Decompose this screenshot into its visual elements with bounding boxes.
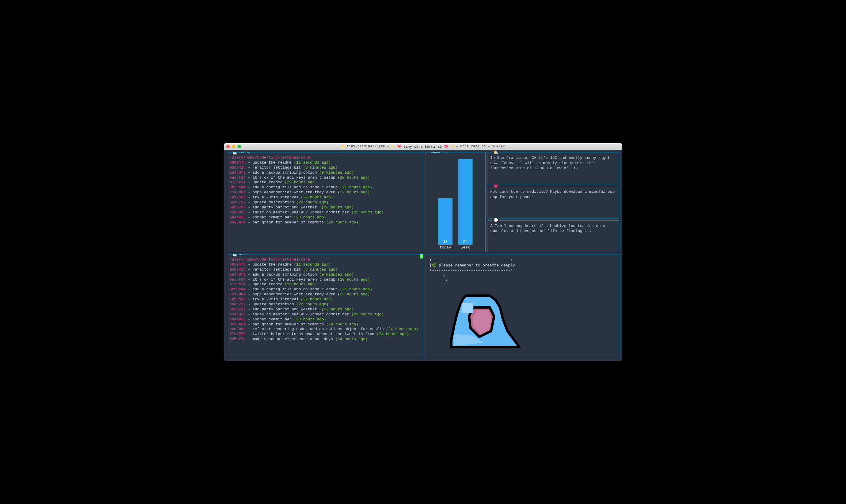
week-label-text: Week: [239, 254, 248, 256]
commit-msg: add party parrot and weather!: [253, 205, 319, 210]
commit-hash: 93d0426: [229, 267, 246, 272]
commit-msg: update description: [253, 200, 294, 204]
commit-row: 2b440fa - add a backup scraping option (…: [229, 272, 421, 277]
parrot-panel: +----------------------------------+ |🌿 …: [425, 254, 619, 357]
commit-msg: refactor rendering code, add an options …: [253, 327, 384, 331]
weather-panel: ⛅ In San Francisco, CA it's 16C and most…: [488, 152, 619, 184]
bar-week: 24week: [459, 159, 472, 250]
commit-row: 08ab797 - update description (22 hours a…: [229, 200, 421, 205]
commit-row: d75de24 - update readme (20 hours ago): [229, 282, 421, 287]
commit-msg: longer commit bar: [253, 215, 292, 220]
care-text: Not sure how to meditate? Maybe download…: [490, 189, 617, 200]
commit-row: 7d9258b - try a 20min interval (22 hours…: [229, 195, 421, 200]
sun-icon: ⛅: [493, 150, 498, 155]
commit-row: b2e9820 - index on master: eea1452 longe…: [229, 312, 421, 317]
commit-msg: bar graph for number of commits: [253, 322, 324, 327]
commit-age: (22 hours ago): [296, 200, 328, 204]
commit-msg: twitter helper returns what account the …: [253, 332, 374, 336]
commit-msg: index on master: eea1452 longer commit b…: [253, 210, 349, 215]
commit-hash: f7c1786: [229, 332, 246, 336]
bar-today: 13today: [438, 198, 452, 250]
title-middle: ✨ 💖 tiny care terminal 💖 ✨: [390, 144, 454, 149]
care-panel: 💗 Not sure how to meditate? Maybe downlo…: [488, 186, 619, 218]
title-suffix: — node care.js — 164×42: [456, 144, 505, 148]
today-commit-list: /Users/noms/Code/tiny-terminal-care68894…: [229, 155, 421, 225]
title-prefix: tiny-terminal-care —: [347, 144, 389, 148]
commit-hash: d75de24: [229, 282, 246, 287]
commit-row: 0693a6e - bar graph for number of commit…: [229, 322, 421, 327]
commit-row: 0693a6e - bar graph for number of commit…: [229, 220, 421, 225]
care-panel-label: 💗: [492, 184, 499, 188]
commit-age: (22 hours ago): [301, 195, 333, 200]
commit-age: (9 minutes ago): [319, 272, 354, 277]
heart-icon: 💗: [493, 184, 498, 188]
commit-row: eea1452 - longer commit bar (23 hours ag…: [229, 317, 421, 322]
memo-icon: 📝: [232, 152, 238, 155]
commit-hash: d75de24: [229, 180, 246, 184]
commit-hash: 0693a6e: [229, 220, 246, 224]
commit-msg: add a backup scraping option: [253, 272, 317, 277]
commit-age: (24 hours ago): [335, 337, 367, 341]
commit-age: (23 hours ago): [294, 215, 326, 220]
commit-hash: 2b440fa: [229, 272, 246, 277]
commit-age: (21 hours ago): [340, 287, 372, 291]
quote-panel-label: 💬: [492, 218, 499, 223]
commit-msg: update description: [253, 302, 294, 307]
commit-age: (24 hours ago): [326, 220, 358, 224]
commits-panel: Commits 13today24week: [425, 152, 486, 252]
commit-hash: eac7fdf: [229, 175, 246, 180]
right-column: ⛅ In San Francisco, CA it's 16C and most…: [488, 152, 619, 252]
commit-hash: eea1452: [229, 215, 246, 220]
repo-path: /Users/noms/Code/tiny-terminal-care: [229, 257, 421, 262]
commit-msg: refactor settings bit: [253, 267, 301, 272]
commit-hash: 68c07c7: [229, 307, 246, 311]
commit-age: (22 hours ago): [322, 307, 354, 311]
week-commit-list: /Users/noms/Code/tiny-terminal-care68894…: [229, 257, 421, 342]
commit-age: (22 hours ago): [338, 190, 370, 195]
commit-age: (11 seconds ago): [294, 262, 331, 267]
commit-hash: 6889476: [229, 160, 246, 165]
commit-row: 6889476 - update the readme (11 seconds …: [229, 160, 421, 165]
commit-msg: add a backup scraping option: [253, 170, 317, 175]
terminal-window: 📁 tiny-terminal-care — ✨ 💖 tiny care ter…: [224, 143, 622, 361]
commit-row: 8f98ce4 - add a config file and do some …: [229, 287, 421, 292]
commit-hash: b2e9820: [229, 312, 246, 317]
folder-icon: 📁: [341, 144, 345, 149]
commit-msg: longer commit bar: [253, 317, 292, 322]
commits-label-text: Commits: [431, 152, 447, 154]
commit-msg: it's ok if the api keys aren't setup: [253, 175, 335, 180]
bar-value: 13: [438, 198, 452, 245]
zoom-icon[interactable]: [238, 145, 241, 148]
week-panel: 📝 Week /Users/noms/Code/tiny-terminal-ca…: [227, 254, 423, 357]
commit-row: 08ab797 - update description (22 hours a…: [229, 302, 421, 307]
commit-hash: 0693a6e: [229, 322, 246, 327]
commit-msg: try a 20min interval: [253, 297, 298, 302]
close-icon[interactable]: [226, 145, 230, 148]
commit-age: (20 hours ago): [284, 180, 317, 184]
commit-row: 8f98ce4 - add a config file and do some …: [229, 185, 421, 190]
commit-row: 68c07c7 - add party parrot and weather! …: [229, 307, 421, 312]
week-panel-label: 📝 Week: [231, 254, 249, 257]
memo-icon: 📝: [232, 254, 238, 257]
commit-hash: eea1452: [229, 317, 246, 322]
scroll-indicator[interactable]: [420, 254, 423, 258]
commit-row: 68c07c7 - add party parrot and weather! …: [229, 205, 421, 210]
commit-row: caa2bae - refactor rendering code, add a…: [229, 327, 421, 332]
minimize-icon[interactable]: [232, 145, 236, 148]
weather-text: In San Francisco, CA it's 16C and mostly…: [490, 155, 617, 171]
commit-msg: it's ok if the api keys aren't setup: [253, 277, 335, 282]
speech-bubble: +----------------------------------+ |🌿 …: [430, 257, 617, 283]
commit-msg: add a config file and do some cleanup: [253, 287, 338, 291]
commit-hash: 2b440fa: [229, 170, 246, 175]
titlebar: 📁 tiny-terminal-care — ✨ 💖 tiny care ter…: [224, 143, 622, 150]
commit-msg: update readme: [253, 180, 282, 184]
commit-msg: refactor settings bit: [253, 165, 301, 170]
commit-row: eac7fdf - it's ok if the api keys aren't…: [229, 277, 421, 282]
commit-msg: update the readme: [253, 262, 292, 267]
commit-row: 7d9258b - try a 20min interval (22 hours…: [229, 297, 421, 302]
today-label-text: Today: [239, 152, 250, 155]
commit-hash: b2e9820: [229, 210, 246, 215]
commit-row: b2e9820 - index on master: eea1452 longe…: [229, 210, 421, 215]
today-panel: 📝 Today /Users/noms/Code/tiny-terminal-c…: [227, 152, 423, 252]
commit-age: (22 hours ago): [338, 292, 370, 296]
